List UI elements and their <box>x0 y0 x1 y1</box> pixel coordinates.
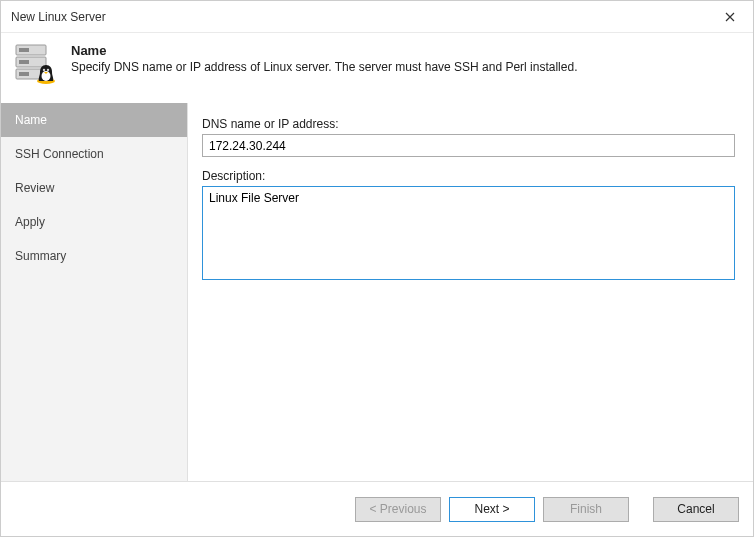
dns-input[interactable] <box>202 134 735 157</box>
header-subtitle: Specify DNS name or IP address of Linux … <box>71 60 577 74</box>
header-title: Name <box>71 43 577 58</box>
cancel-button[interactable]: Cancel <box>653 497 739 522</box>
svg-rect-5 <box>19 72 29 76</box>
close-icon <box>725 12 735 22</box>
server-linux-icon <box>15 43 57 85</box>
svg-point-11 <box>48 70 49 71</box>
header-text: Name Specify DNS name or IP address of L… <box>71 43 577 74</box>
wizard-body: Name SSH Connection Review Apply Summary… <box>1 103 753 481</box>
dns-label: DNS name or IP address: <box>202 117 735 131</box>
step-summary[interactable]: Summary <box>1 239 187 273</box>
finish-button: Finish <box>543 497 629 522</box>
svg-point-10 <box>44 70 45 71</box>
svg-rect-4 <box>19 60 29 64</box>
svg-rect-3 <box>19 48 29 52</box>
wizard-content: DNS name or IP address: Description: <box>188 103 753 481</box>
step-review[interactable]: Review <box>1 171 187 205</box>
step-apply[interactable]: Apply <box>1 205 187 239</box>
window-title: New Linux Server <box>11 10 106 24</box>
description-label: Description: <box>202 169 735 183</box>
close-button[interactable] <box>715 1 745 32</box>
wizard-footer: < Previous Next > Finish Cancel <box>1 481 753 536</box>
titlebar: New Linux Server <box>1 1 753 33</box>
wizard-steps: Name SSH Connection Review Apply Summary <box>1 103 188 481</box>
wizard-header: Name Specify DNS name or IP address of L… <box>1 33 753 103</box>
step-name[interactable]: Name <box>1 103 187 137</box>
step-ssh-connection[interactable]: SSH Connection <box>1 137 187 171</box>
next-button[interactable]: Next > <box>449 497 535 522</box>
previous-button: < Previous <box>355 497 441 522</box>
description-textarea[interactable] <box>202 186 735 280</box>
